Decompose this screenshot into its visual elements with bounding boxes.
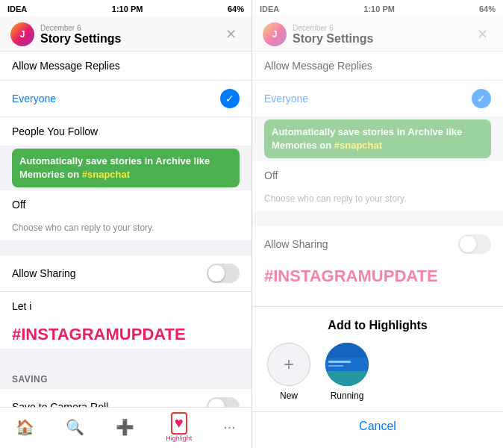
people-you-follow-label: People You Follow (12, 125, 98, 137)
annotation-bubble: Automatically save stories in Archive li… (12, 149, 240, 187)
saving-header: Saving (0, 364, 251, 389)
running-highlight-label: Running (331, 391, 364, 401)
sheet-title: Add to Highlights (252, 319, 503, 332)
off-label: Off (12, 199, 25, 211)
search-icon: 🔍 (66, 418, 84, 436)
allow-sharing-label: Allow Sharing (12, 267, 76, 279)
right-date: December 6 (293, 24, 472, 32)
sharing-section: Allow Sharing Let i (0, 255, 251, 320)
right-message-replies-section: Allow Message Replies Everyone ✓ (252, 52, 503, 116)
highlight-outline: ♥ (171, 412, 187, 435)
more-icon: ··· (223, 418, 236, 435)
right-title-area: December 6 Story Settings (293, 24, 472, 46)
saving-section: Save to Camera Roll Save to Archive Auto… (0, 389, 251, 407)
right-modal-header: J December 6 Story Settings ✕ (252, 16, 503, 52)
right-everyone-row: Everyone ✓ (252, 81, 503, 116)
gap2 (0, 349, 251, 364)
left-date: December 6 (40, 24, 221, 32)
right-instagram-update-label: #INSTAGRAMUPDATE (252, 262, 503, 290)
right-battery: 64% (479, 4, 496, 13)
left-panel: IDEA 1:10 PM 64% J December 6 Story Sett… (0, 0, 251, 448)
off-section: Off (0, 190, 251, 219)
new-highlight-label: New (280, 391, 298, 401)
running-highlight-circle (325, 343, 369, 386)
left-time: 1:10 PM (112, 4, 143, 13)
tab-search[interactable]: 🔍 (66, 418, 84, 437)
highlight-item-new[interactable]: + New (267, 343, 310, 401)
right-close-button[interactable]: ✕ (472, 25, 493, 44)
left-carrier: IDEA (7, 4, 27, 13)
left-close-button[interactable]: ✕ (221, 25, 241, 44)
svg-rect-1 (325, 358, 369, 371)
right-annotation-bubble: Automatically save stories in Archive li… (264, 119, 491, 158)
tab-highlight-label: Highlight (166, 435, 192, 442)
tab-highlight[interactable]: ♥ Highlight (166, 412, 192, 442)
left-settings-content: Allow Message Replies Everyone ✓ People … (0, 52, 251, 407)
right-carrier: IDEA (260, 4, 279, 13)
message-replies-section: Allow Message Replies Everyone ✓ People … (0, 52, 251, 146)
left-status-bar: IDEA 1:10 PM 64% (0, 0, 251, 16)
svg-rect-2 (325, 371, 369, 386)
highlight-item-running[interactable]: Running (325, 343, 369, 401)
right-reply-subtext: Choose who can reply to your story. (252, 190, 503, 211)
left-modal-title: Story Settings (40, 32, 221, 46)
everyone-check: ✓ (220, 89, 240, 108)
snapchat-tag: #snapchat (82, 169, 130, 180)
right-allow-message-replies-row: Allow Message Replies (252, 52, 503, 81)
camera-roll-toggle[interactable] (207, 397, 240, 407)
let-label: Let i (12, 300, 31, 312)
gap1 (0, 240, 251, 255)
running-thumbnail (325, 343, 369, 386)
allow-sharing-toggle[interactable] (207, 264, 240, 283)
left-title-area: December 6 Story Settings (40, 24, 221, 46)
people-you-follow-row[interactable]: People You Follow (0, 117, 251, 146)
highlight-icon: ♥ (172, 414, 186, 432)
cancel-button[interactable]: Cancel (252, 411, 503, 441)
camera-roll-row[interactable]: Save to Camera Roll (0, 389, 251, 407)
right-allow-message-replies-label: Allow Message Replies (264, 60, 372, 72)
allow-sharing-row[interactable]: Allow Sharing (0, 255, 251, 292)
svg-rect-3 (328, 361, 351, 363)
let-label-row: Let i (0, 292, 251, 320)
tab-home[interactable]: 🏠 (16, 418, 34, 437)
right-settings-content: Allow Message Replies Everyone ✓ Automat… (252, 52, 503, 290)
right-avatar: J (263, 22, 287, 46)
right-off-section: Off (252, 161, 503, 190)
right-off-row: Off (252, 161, 503, 190)
allow-message-replies-label: Allow Message Replies (12, 60, 120, 72)
new-highlight-circle: + (267, 343, 310, 386)
right-snapchat-tag: #snapchat (334, 140, 382, 151)
right-gap1 (252, 211, 503, 226)
right-panel: IDEA 1:10 PM 64% J December 6 Story Sett… (251, 0, 503, 448)
left-modal-header: J December 6 Story Settings ✕ (0, 16, 251, 52)
left-battery: 64% (228, 4, 244, 13)
right-allow-sharing-label: Allow Sharing (264, 238, 328, 250)
right-status-bar: IDEA 1:10 PM 64% (252, 0, 503, 16)
right-sharing-section: Allow Sharing (252, 226, 503, 262)
everyone-label: Everyone (12, 93, 56, 105)
right-allow-sharing-row: Allow Sharing (252, 226, 503, 262)
right-off-label: Off (264, 169, 278, 181)
tab-more[interactable]: ··· (223, 418, 236, 436)
right-modal-title: Story Settings (293, 32, 472, 46)
instagram-update-label: #INSTAGRAMUPDATE (0, 320, 251, 349)
add-icon: ➕ (116, 418, 134, 436)
right-everyone-check: ✓ (472, 89, 491, 108)
left-avatar: J (10, 22, 34, 46)
home-icon: 🏠 (16, 418, 34, 436)
tab-add[interactable]: ➕ (116, 418, 134, 437)
off-row: Off (0, 190, 251, 219)
add-to-highlights-sheet: Add to Highlights + New Runni (252, 306, 503, 448)
right-allow-sharing-toggle (458, 234, 491, 254)
svg-rect-4 (328, 365, 343, 367)
everyone-row[interactable]: Everyone ✓ (0, 81, 251, 117)
reply-subtext: Choose who can reply to your story. (0, 219, 251, 240)
right-time: 1:10 PM (363, 4, 395, 13)
right-everyone-label: Everyone (264, 93, 308, 105)
highlights-row: + New Running (252, 343, 503, 401)
left-tab-bar: 🏠 🔍 ➕ ♥ Highlight ··· (0, 407, 251, 448)
camera-roll-label: Save to Camera Roll (12, 401, 108, 407)
allow-message-replies-row: Allow Message Replies (0, 52, 251, 81)
